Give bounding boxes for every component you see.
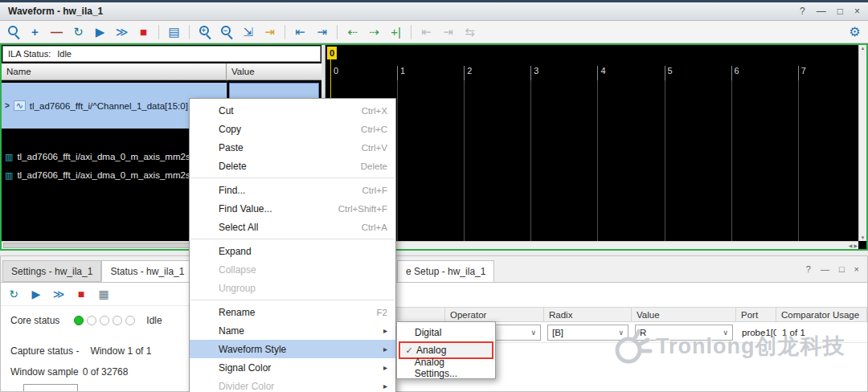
run-icon[interactable]: ▶	[27, 285, 46, 303]
remove-icon[interactable]: —	[47, 22, 67, 41]
next-transition-icon[interactable]: ⇥	[438, 22, 458, 41]
gridline	[397, 80, 398, 241]
stop-icon[interactable]: ■	[133, 22, 154, 41]
stop-icon[interactable]: ■	[72, 285, 91, 303]
signal-name: tl_ad7606_fft_i/^Channel_1_data[15:0]	[30, 101, 188, 111]
add-icon[interactable]: +	[25, 22, 45, 41]
radix-value: [B]	[552, 328, 563, 337]
scroll-up-icon[interactable]: ▲	[861, 46, 866, 51]
port-value: probe1[0]	[742, 328, 776, 337]
menu-item-divider-color[interactable]: Divider Color▸	[190, 377, 395, 392]
capture-status-label: Capture status -	[10, 345, 79, 357]
titlebar[interactable]: Waveform - hw_ila_1 ? — □ ×	[0, 0, 868, 21]
cell-value: R ∨	[632, 322, 736, 342]
menu-separator	[190, 239, 395, 239]
menu-item-delete[interactable]: DeleteDelete	[190, 157, 395, 175]
check-icon: ✓	[402, 345, 416, 356]
waveform-canvas[interactable]: 0 01234567	[326, 45, 858, 241]
submenu-arrow-icon: ▸	[383, 363, 387, 372]
signal-name: tl_ad7606_fft_i/axi_dma_0_m_axis_mm2s_	[17, 170, 195, 180]
swap-markers-icon[interactable]: ⇆	[460, 22, 480, 41]
menu-item-ungroup[interactable]: Ungroup	[190, 279, 395, 297]
gridline	[798, 80, 799, 241]
settings-gear-icon[interactable]: ⚙	[845, 22, 865, 41]
search-icon[interactable]	[3, 22, 23, 41]
toolbar-separator	[189, 25, 190, 39]
header-port[interactable]: Port	[736, 308, 776, 321]
toolbar-separator	[337, 25, 338, 39]
menu-item-expand[interactable]: Expand	[190, 242, 395, 260]
header-comparator-usage[interactable]: Comparator Usage	[776, 308, 867, 321]
prev-transition-icon[interactable]: ⇤	[416, 22, 436, 41]
ila-status-label: ILA Status:	[8, 49, 51, 59]
menu-item-rename[interactable]: RenameF2	[190, 303, 395, 321]
menu-item-collapse[interactable]: Collapse	[190, 260, 395, 279]
horizontal-scrollbar[interactable]: ◀ ▶	[2, 241, 858, 249]
dashboard-icon[interactable]: ▦	[94, 285, 113, 303]
submenu-item-analog-settings[interactable]: Analog Settings...	[399, 359, 493, 377]
zoom-in-icon[interactable]: +	[194, 22, 215, 41]
window-sample-label: Window sample	[10, 366, 79, 378]
run-all-icon[interactable]: ≫	[49, 285, 68, 303]
time-ruler[interactable]: 01234567	[326, 63, 858, 80]
ruler-tick: 1	[397, 66, 405, 80]
scroll-down-icon[interactable]: ▼	[861, 235, 866, 240]
window-title: Waveform - hw_ila_1	[8, 6, 103, 17]
submenu-item-digital[interactable]: Digital	[399, 324, 493, 341]
status-tabstrip: Settings - hw_ila_1 Status - hw_ila_1 ×	[2, 260, 205, 282]
menu-item-name[interactable]: Name▸	[190, 321, 395, 340]
zoom-fit-icon[interactable]: ⇲	[238, 22, 258, 41]
ruler-tick: 6	[731, 66, 739, 80]
menu-item-select-all[interactable]: Select AllCtrl+A	[190, 218, 395, 236]
menu-item-find-value[interactable]: Find Value...Ctrl+Shift+F	[190, 199, 395, 218]
menu-item-waveform-style[interactable]: Waveform Style▸	[190, 340, 395, 358]
goto-trigger-icon[interactable]: ⇥	[260, 22, 280, 41]
core-status-led	[100, 316, 109, 325]
run-trigger-icon[interactable]: ▶	[90, 22, 110, 41]
zoom-out-icon[interactable]: −	[216, 22, 236, 41]
header-radix[interactable]: Radix	[544, 308, 632, 321]
tab-trigger-setup[interactable]: e Setup - hw_ila_1	[397, 260, 494, 282]
minimize-icon[interactable]: —	[821, 264, 829, 274]
menu-item-find[interactable]: Find...Ctrl+F	[190, 181, 395, 199]
expander-icon[interactable]: >	[5, 101, 10, 110]
goto-end-icon[interactable]: ⇥	[312, 22, 332, 41]
gridline	[464, 80, 465, 241]
ila-status: ILA Status: Idle	[2, 46, 321, 62]
restart-run-icon[interactable]: ↻	[68, 22, 88, 41]
minimize-icon[interactable]: —	[817, 6, 826, 17]
ila-status-value: Idle	[57, 49, 72, 59]
run-immediate-icon[interactable]: ≫	[112, 22, 132, 41]
menu-item-cut[interactable]: CutCtrl+X	[190, 101, 395, 120]
value-column-header[interactable]: Value	[227, 63, 321, 80]
cursor-marker[interactable]: 0	[327, 47, 337, 59]
close-icon[interactable]: ×	[854, 264, 859, 274]
header-value[interactable]: Value	[632, 308, 736, 321]
radix-dropdown[interactable]: [B] ∨	[547, 325, 628, 341]
help-icon[interactable]: ?	[800, 6, 805, 17]
close-icon[interactable]: ×	[854, 6, 860, 17]
menu-item-paste[interactable]: PasteCtrl+V	[190, 138, 395, 157]
menu-item-signal-color[interactable]: Signal Color▸	[190, 358, 395, 377]
goto-start-icon[interactable]: ⇤	[290, 22, 310, 41]
help-icon[interactable]: ?	[806, 264, 811, 274]
vertical-scrollbar[interactable]: ▲ ▼	[858, 45, 866, 241]
signal-name: tl_ad7606_fft_i/axi_dma_0_m_axis_mm2s_	[17, 152, 195, 161]
export-data-icon[interactable]: ▤	[164, 22, 184, 41]
menu-item-copy[interactable]: CopyCtrl+C	[190, 120, 395, 138]
maximize-icon[interactable]: □	[839, 264, 845, 274]
rerun-icon[interactable]: ↻	[4, 285, 23, 303]
window-select-dropdown[interactable]	[23, 384, 78, 391]
maximize-icon[interactable]: □	[837, 6, 843, 17]
submenu-arrow-icon: ▸	[383, 345, 387, 353]
header-operator[interactable]: Operator	[445, 308, 544, 321]
tab-settings[interactable]: Settings - hw_ila_1	[2, 260, 101, 282]
submenu-arrow-icon: ▸	[383, 382, 387, 390]
scroll-right-icon[interactable]: ▶	[854, 243, 858, 248]
next-marker-icon[interactable]: ⇢	[364, 22, 384, 41]
prev-marker-icon[interactable]: ⇠	[342, 22, 362, 41]
name-column-header[interactable]: Name	[2, 63, 227, 80]
add-marker-icon[interactable]: +|	[386, 22, 406, 41]
value-dropdown[interactable]: R ∨	[635, 325, 733, 341]
scroll-left-icon[interactable]: ◀	[849, 243, 853, 248]
